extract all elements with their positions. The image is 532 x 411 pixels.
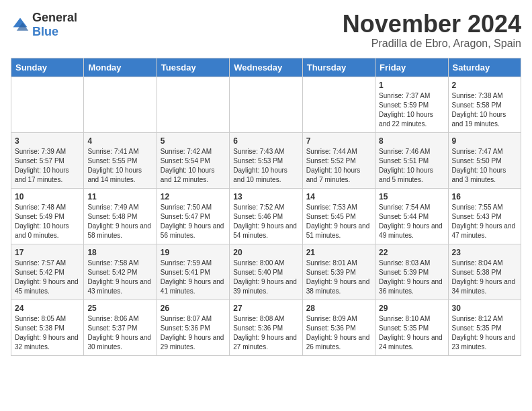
day-info: Sunrise: 8:08 AM Sunset: 5:36 PM Dayligh… xyxy=(233,314,298,352)
calendar-cell: 24Sunrise: 8:05 AM Sunset: 5:38 PM Dayli… xyxy=(11,300,84,355)
day-header: Sunday xyxy=(11,58,84,77)
calendar-cell: 22Sunrise: 8:03 AM Sunset: 5:39 PM Dayli… xyxy=(375,244,448,300)
day-number: 12 xyxy=(161,192,226,201)
logo-icon xyxy=(11,15,30,34)
day-info: Sunrise: 7:52 AM Sunset: 5:46 PM Dayligh… xyxy=(233,203,298,240)
day-number: 28 xyxy=(306,304,371,313)
header-row: SundayMondayTuesdayWednesdayThursdayFrid… xyxy=(11,58,521,77)
day-number: 17 xyxy=(15,248,80,257)
calendar-cell: 7Sunrise: 7:44 AM Sunset: 5:52 PM Daylig… xyxy=(302,132,375,188)
calendar-cell: 5Sunrise: 7:42 AM Sunset: 5:54 PM Daylig… xyxy=(157,132,229,188)
day-info: Sunrise: 8:06 AM Sunset: 5:37 PM Dayligh… xyxy=(87,314,152,352)
calendar-cell: 11Sunrise: 7:49 AM Sunset: 5:48 PM Dayli… xyxy=(84,188,157,244)
title-area: November 2024 Pradilla de Ebro, Aragon, … xyxy=(343,11,521,50)
day-number: 20 xyxy=(233,248,298,257)
day-header: Thursday xyxy=(302,58,375,77)
calendar-cell: 9Sunrise: 7:47 AM Sunset: 5:50 PM Daylig… xyxy=(448,132,521,188)
day-number: 13 xyxy=(233,192,298,201)
day-number: 10 xyxy=(15,192,80,201)
day-info: Sunrise: 7:54 AM Sunset: 5:44 PM Dayligh… xyxy=(379,203,444,240)
logo-general: General xyxy=(32,11,77,24)
calendar-cell xyxy=(11,77,84,132)
day-header: Wednesday xyxy=(230,58,302,77)
day-info: Sunrise: 7:38 AM Sunset: 5:58 PM Dayligh… xyxy=(452,91,517,129)
day-number: 3 xyxy=(15,136,80,146)
day-info: Sunrise: 7:58 AM Sunset: 5:42 PM Dayligh… xyxy=(87,259,152,296)
day-info: Sunrise: 7:57 AM Sunset: 5:42 PM Dayligh… xyxy=(15,259,80,296)
calendar-cell: 8Sunrise: 7:46 AM Sunset: 5:51 PM Daylig… xyxy=(375,132,448,188)
day-info: Sunrise: 7:46 AM Sunset: 5:51 PM Dayligh… xyxy=(379,147,444,185)
calendar-cell: 13Sunrise: 7:52 AM Sunset: 5:46 PM Dayli… xyxy=(230,188,302,244)
day-info: Sunrise: 7:41 AM Sunset: 5:55 PM Dayligh… xyxy=(87,147,152,185)
header-area: General Blue November 2024 Pradilla de E… xyxy=(11,11,521,50)
calendar-body: 1Sunrise: 7:37 AM Sunset: 5:59 PM Daylig… xyxy=(11,77,521,355)
calendar-cell: 17Sunrise: 7:57 AM Sunset: 5:42 PM Dayli… xyxy=(11,244,84,300)
day-info: Sunrise: 7:55 AM Sunset: 5:43 PM Dayligh… xyxy=(452,203,517,240)
calendar-cell: 25Sunrise: 8:06 AM Sunset: 5:37 PM Dayli… xyxy=(84,300,157,355)
calendar-cell: 15Sunrise: 7:54 AM Sunset: 5:44 PM Dayli… xyxy=(375,188,448,244)
day-number: 22 xyxy=(379,248,444,257)
day-number: 26 xyxy=(161,304,226,313)
calendar-week-row: 24Sunrise: 8:05 AM Sunset: 5:38 PM Dayli… xyxy=(11,300,521,355)
logo-blue: Blue xyxy=(32,25,58,38)
day-header: Monday xyxy=(84,58,157,77)
calendar-cell xyxy=(84,77,157,132)
day-number: 24 xyxy=(15,304,80,313)
calendar-week-row: 3Sunrise: 7:39 AM Sunset: 5:57 PM Daylig… xyxy=(11,132,521,188)
location-title: Pradilla de Ebro, Aragon, Spain xyxy=(343,38,521,50)
day-info: Sunrise: 8:04 AM Sunset: 5:38 PM Dayligh… xyxy=(452,259,517,296)
day-number: 14 xyxy=(306,192,371,201)
day-number: 16 xyxy=(452,192,517,201)
calendar-cell: 29Sunrise: 8:10 AM Sunset: 5:35 PM Dayli… xyxy=(375,300,448,355)
day-info: Sunrise: 7:39 AM Sunset: 5:57 PM Dayligh… xyxy=(15,147,80,185)
logo: General Blue xyxy=(11,11,77,39)
calendar-cell: 6Sunrise: 7:43 AM Sunset: 5:53 PM Daylig… xyxy=(230,132,302,188)
day-info: Sunrise: 8:00 AM Sunset: 5:40 PM Dayligh… xyxy=(233,259,298,296)
day-number: 1 xyxy=(379,81,444,90)
calendar-cell: 30Sunrise: 8:12 AM Sunset: 5:35 PM Dayli… xyxy=(448,300,521,355)
calendar-cell: 1Sunrise: 7:37 AM Sunset: 5:59 PM Daylig… xyxy=(375,77,448,132)
day-info: Sunrise: 8:09 AM Sunset: 5:36 PM Dayligh… xyxy=(306,314,371,352)
day-info: Sunrise: 8:07 AM Sunset: 5:36 PM Dayligh… xyxy=(161,314,226,352)
day-info: Sunrise: 8:03 AM Sunset: 5:39 PM Dayligh… xyxy=(379,259,444,296)
day-info: Sunrise: 7:53 AM Sunset: 5:45 PM Dayligh… xyxy=(306,203,371,240)
day-info: Sunrise: 7:49 AM Sunset: 5:48 PM Dayligh… xyxy=(87,203,152,240)
day-info: Sunrise: 7:43 AM Sunset: 5:53 PM Dayligh… xyxy=(233,147,298,185)
calendar-cell: 21Sunrise: 8:01 AM Sunset: 5:39 PM Dayli… xyxy=(302,244,375,300)
day-number: 9 xyxy=(452,136,517,146)
day-number: 5 xyxy=(161,136,226,146)
day-number: 2 xyxy=(452,81,517,90)
day-header: Tuesday xyxy=(157,58,229,77)
logo-text: General Blue xyxy=(32,11,77,39)
calendar-cell xyxy=(302,77,375,132)
day-number: 15 xyxy=(379,192,444,201)
day-info: Sunrise: 7:48 AM Sunset: 5:49 PM Dayligh… xyxy=(15,203,80,240)
calendar-week-row: 10Sunrise: 7:48 AM Sunset: 5:49 PM Dayli… xyxy=(11,188,521,244)
calendar-week-row: 17Sunrise: 7:57 AM Sunset: 5:42 PM Dayli… xyxy=(11,244,521,300)
calendar-cell xyxy=(157,77,229,132)
calendar-cell: 3Sunrise: 7:39 AM Sunset: 5:57 PM Daylig… xyxy=(11,132,84,188)
day-number: 4 xyxy=(87,136,152,146)
day-number: 6 xyxy=(233,136,298,146)
calendar-week-row: 1Sunrise: 7:37 AM Sunset: 5:59 PM Daylig… xyxy=(11,77,521,132)
day-header: Saturday xyxy=(448,58,521,77)
day-info: Sunrise: 8:01 AM Sunset: 5:39 PM Dayligh… xyxy=(306,259,371,296)
day-info: Sunrise: 7:44 AM Sunset: 5:52 PM Dayligh… xyxy=(306,147,371,185)
day-info: Sunrise: 7:37 AM Sunset: 5:59 PM Dayligh… xyxy=(379,91,444,129)
calendar-cell: 26Sunrise: 8:07 AM Sunset: 5:36 PM Dayli… xyxy=(157,300,229,355)
day-number: 8 xyxy=(379,136,444,146)
calendar-table: SundayMondayTuesdayWednesdayThursdayFrid… xyxy=(11,58,521,356)
day-info: Sunrise: 7:50 AM Sunset: 5:47 PM Dayligh… xyxy=(161,203,226,240)
day-info: Sunrise: 8:12 AM Sunset: 5:35 PM Dayligh… xyxy=(452,314,517,352)
calendar-cell: 28Sunrise: 8:09 AM Sunset: 5:36 PM Dayli… xyxy=(302,300,375,355)
day-number: 18 xyxy=(87,248,152,257)
day-info: Sunrise: 8:05 AM Sunset: 5:38 PM Dayligh… xyxy=(15,314,80,352)
day-number: 27 xyxy=(233,304,298,313)
day-number: 11 xyxy=(87,192,152,201)
calendar-cell: 4Sunrise: 7:41 AM Sunset: 5:55 PM Daylig… xyxy=(84,132,157,188)
day-number: 30 xyxy=(452,304,517,313)
day-info: Sunrise: 8:10 AM Sunset: 5:35 PM Dayligh… xyxy=(379,314,444,352)
day-number: 29 xyxy=(379,304,444,313)
calendar-cell: 10Sunrise: 7:48 AM Sunset: 5:49 PM Dayli… xyxy=(11,188,84,244)
day-number: 7 xyxy=(306,136,371,146)
